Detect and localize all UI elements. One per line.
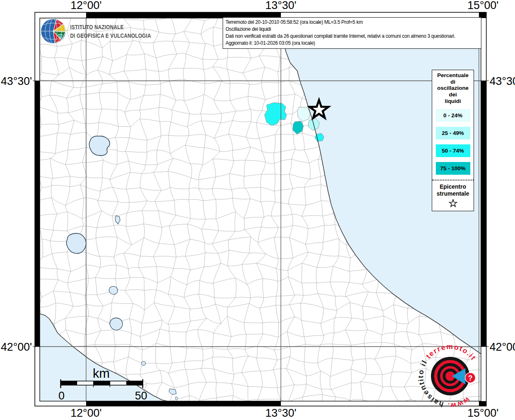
scalebar-seg: [61, 381, 77, 385]
epicenter-label-line1: Epicentro: [432, 183, 474, 190]
legend-title-line: Percentuale: [432, 72, 474, 79]
coord-label-left-42: 42°00': [1, 341, 32, 354]
scalebar-seg: [93, 381, 110, 385]
frame-segment: [479, 401, 486, 406]
legend-title-line: liquidi: [432, 98, 474, 105]
map-subject: Oscillazione dei liquidi: [226, 26, 479, 33]
scalebar-seg: [126, 381, 143, 385]
epicenter-star-icon: [448, 199, 458, 208]
coord-label-left-43-30: 43°30': [1, 75, 32, 88]
coord-label-bottom-12: 12°00': [71, 407, 102, 420]
legend-swatch-25-49: 25 - 49%: [436, 127, 470, 139]
coord-label-bottom-15: 15°00': [467, 407, 499, 420]
epicenter-label-line2: strumentale: [432, 190, 474, 197]
lake-vico: [109, 286, 118, 294]
ingv-name-line1: ISTITUTO NAZIONALE: [70, 23, 151, 31]
frame-segment: [86, 401, 281, 406]
legend: Percentuale di oscillazione dei liquidi …: [432, 70, 474, 211]
legend-title-line: di: [432, 79, 474, 85]
legend-swatch-50-74: 50 - 74%: [436, 144, 470, 157]
scalebar-unit: km: [93, 366, 109, 381]
legend-title-line: dei: [432, 91, 474, 98]
question-mark-icon: ?: [468, 374, 473, 382]
lake-bracciano: [110, 318, 123, 330]
legend-title-line: oscillazione: [432, 85, 474, 91]
coord-label-right-43-30: 43°30': [490, 75, 515, 88]
ingv-name-line2: DI GEOFISICA E VULCANOLOGIA: [70, 31, 151, 40]
coord-label-top-13-30: 13°30': [265, 0, 296, 12]
haisentito-map-page: { "header_box": { "line1": "Terremoto de…: [0, 0, 515, 420]
ingv-branding: ISTITUTO NAZIONALE DI GEOFISICA E VULCAN…: [40, 18, 171, 44]
scalebar-end-label: 50: [135, 390, 147, 402]
legend-swatch-0-24: 0 - 24%: [436, 109, 470, 122]
data-disclaimer: Dati non verificati estratti da 26 quest…: [226, 33, 479, 40]
coord-label-top-15: 15°00': [467, 0, 499, 12]
earthquake-info-box: Terremoto del 20-10-2010 05:58:52 (ora l…: [223, 17, 481, 49]
scalebar-start-label: 0: [58, 390, 64, 402]
ingv-globe-icon: [40, 18, 66, 44]
event-title: Terremoto del 20-10-2010 05:58:52 (ora l…: [226, 19, 479, 26]
lake-albano: [141, 361, 146, 365]
frame-segment: [481, 81, 486, 347]
frame-segment: [35, 81, 40, 347]
updated-at: Aggiornato il: 10-01-2026 03:05 (ora loc…: [226, 40, 479, 47]
map-area: [36, 14, 488, 415]
coord-label-bottom-13-30: 13°30': [265, 407, 296, 420]
coord-label-top-12: 12°00': [71, 0, 102, 12]
coord-label-right-42: 42°00': [490, 341, 515, 354]
lake-trasimeno: [89, 136, 110, 155]
legend-swatch-75-100: 75 - 100%: [436, 162, 470, 175]
